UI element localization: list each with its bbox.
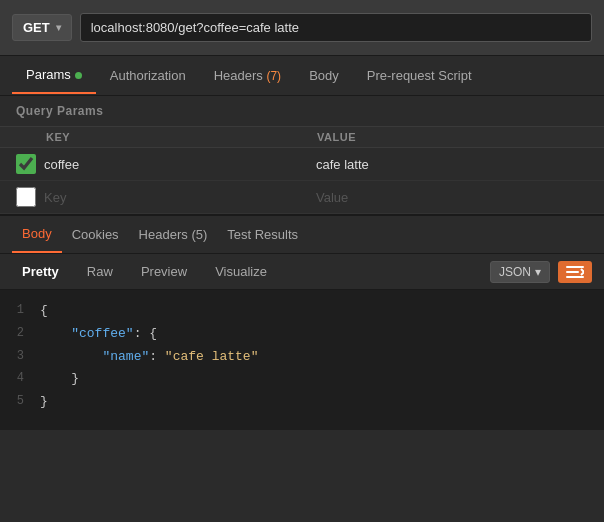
param-key-0[interactable]: coffee (44, 157, 316, 172)
param-checkbox-0[interactable] (16, 154, 36, 174)
line-num-5: 5 (0, 392, 40, 413)
params-header: KEY VALUE (0, 126, 604, 148)
params-dot (75, 72, 82, 79)
code-line-3: 3 "name": "cafe latte" (0, 346, 604, 369)
code-line-1: 1 { (0, 300, 604, 323)
wrap-button[interactable] (558, 261, 592, 283)
method-chevron: ▾ (56, 22, 61, 33)
response-tab-bar: Body Cookies Headers (5) Test Results (0, 214, 604, 254)
line-num-3: 3 (0, 347, 40, 368)
param-value-0[interactable]: cafe latte (316, 157, 588, 172)
method-dropdown[interactable]: GET ▾ (12, 14, 72, 41)
request-tab-bar: Params Authorization Headers (7) Body Pr… (0, 56, 604, 96)
format-dropdown[interactable]: JSON ▾ (490, 261, 550, 283)
tab-response-testresults[interactable]: Test Results (217, 217, 308, 252)
tab-headers[interactable]: Headers (7) (200, 58, 295, 93)
col-key-header: KEY (16, 131, 317, 143)
query-params-title: Query Params (0, 96, 604, 126)
code-line-2: 2 "coffee": { (0, 323, 604, 346)
format-label: JSON (499, 265, 531, 279)
tab-body[interactable]: Body (295, 58, 353, 93)
wrap-icon (566, 265, 584, 279)
body-tab-pretty[interactable]: Pretty (12, 260, 69, 283)
code-line-4: 4 } (0, 368, 604, 391)
svg-rect-1 (566, 271, 579, 273)
tab-response-headers[interactable]: Headers (5) (129, 217, 218, 252)
url-bar: GET ▾ (0, 0, 604, 56)
method-label: GET (23, 20, 50, 35)
param-key-1[interactable]: Key (44, 190, 316, 205)
params-table: KEY VALUE coffee cafe latte Key Value (0, 126, 604, 214)
line-num-1: 1 (0, 301, 40, 322)
tab-prerequest[interactable]: Pre-request Script (353, 58, 486, 93)
body-tab-raw[interactable]: Raw (77, 260, 123, 283)
tab-response-body[interactable]: Body (12, 216, 62, 253)
body-toolbar: Pretty Raw Preview Visualize JSON ▾ (0, 254, 604, 290)
param-checkbox-1[interactable] (16, 187, 36, 207)
url-input[interactable] (80, 13, 592, 42)
svg-rect-0 (566, 266, 584, 268)
line-num-4: 4 (0, 369, 40, 390)
code-line-5: 5 } (0, 391, 604, 414)
svg-rect-2 (566, 276, 584, 278)
format-chevron: ▾ (535, 265, 541, 279)
col-value-header: VALUE (317, 131, 588, 143)
param-value-1[interactable]: Value (316, 190, 588, 205)
line-num-2: 2 (0, 324, 40, 345)
tab-response-cookies[interactable]: Cookies (62, 217, 129, 252)
param-row-1: Key Value (0, 181, 604, 214)
code-area: 1 { 2 "coffee": { 3 "name": "cafe latte"… (0, 290, 604, 430)
tab-authorization[interactable]: Authorization (96, 58, 200, 93)
param-row-0: coffee cafe latte (0, 148, 604, 181)
body-tab-preview[interactable]: Preview (131, 260, 197, 283)
body-tab-visualize[interactable]: Visualize (205, 260, 277, 283)
tab-params[interactable]: Params (12, 57, 96, 94)
